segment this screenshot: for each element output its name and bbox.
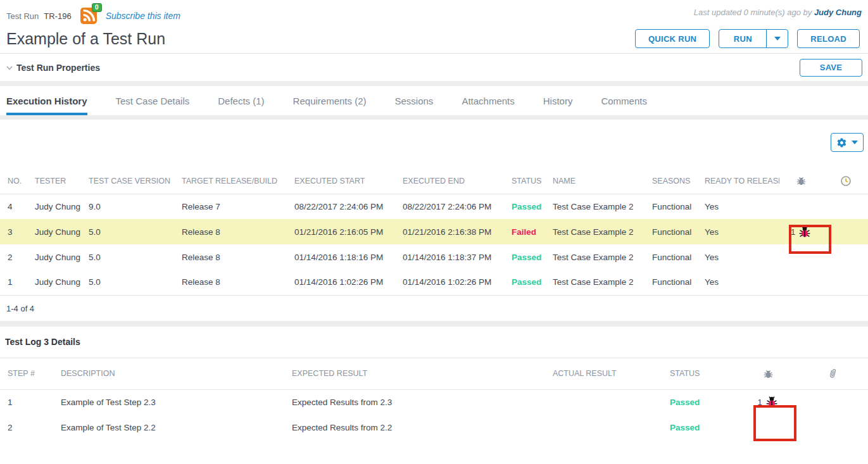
cell-description: Example of Test Step 2.2 [54,415,286,440]
cell-time [823,219,868,244]
cell-defects[interactable]: 1 [739,389,796,415]
run-dropdown-button[interactable] [767,30,788,47]
subscribe-link[interactable]: Subscribe this item [106,11,180,21]
cell-name: Test Case Example 2 [546,270,646,295]
cell-seasons: Functional [646,194,698,219]
col-target[interactable]: TARGET RELEASE/BUILD [175,168,288,194]
properties-bar: Test Run Properties SAVE [0,53,868,81]
cell-defects [779,270,823,295]
chevron-down-icon [774,37,781,41]
section-divider [0,321,868,327]
cell-name: Test Case Example 2 [546,244,646,270]
col-ready[interactable]: READY TO RELEASE? [698,168,779,194]
defect-bug-icon [798,225,812,239]
gear-icon [836,137,847,148]
col-seasons[interactable]: SEASONS [646,168,698,194]
col-end[interactable]: EXECUTED END [396,168,505,194]
cell-defects [739,415,796,440]
cell-version: 9.0 [82,194,175,219]
col-attachments[interactable] [796,358,868,389]
test-run-page: Test Run TR-196 0 Subscribe this item La… [0,0,868,464]
cell-name: Test Case Example 2 [546,194,646,219]
tab-comments[interactable]: Comments [601,86,647,115]
test-steps-table: STEP # DESCRIPTION EXPECTED RESULT ACTUA… [0,358,868,441]
col-description[interactable]: DESCRIPTION [54,358,286,389]
cell-expected: Expected Results from 2.2 [286,415,546,440]
execution-row-2[interactable]: 2 Judy Chung 5.0 Release 8 01/14/2016 1:… [0,244,868,270]
cell-no: 3 [0,219,28,244]
cell-target: Release 7 [175,194,288,219]
cell-start: 01/21/2016 2:16:05 PM [288,219,396,244]
cell-step: 2 [0,415,54,440]
col-version[interactable]: TEST CASE VERSION [82,168,175,194]
page-title: Example of a Test Run [6,30,165,48]
tab-requirements[interactable]: Requirements (2) [293,86,367,115]
tab-history[interactable]: History [543,86,573,115]
rss-subscribe-icon[interactable]: 0 [80,8,97,24]
cell-actual [546,415,664,440]
run-button[interactable]: RUN [719,30,766,47]
tab-sessions[interactable]: Sessions [395,86,434,115]
reload-button[interactable]: RELOAD [797,29,860,48]
col-defects[interactable] [779,168,823,194]
cell-tester: Judy Chung [28,219,82,244]
defect-count[interactable]: 1 [791,227,795,237]
pagination-text: 1-4 of 4 [0,296,868,321]
table-settings-button[interactable] [831,133,864,152]
cell-ready: Yes [698,219,779,244]
col-actual[interactable]: ACTUAL RESULT [546,358,664,389]
properties-toggle[interactable]: Test Run Properties [5,63,100,73]
col-step[interactable]: STEP # [0,358,54,389]
bug-icon [795,175,807,187]
col-defects[interactable] [739,358,796,389]
cell-version: 5.0 [82,244,175,270]
col-no[interactable]: NO. [0,168,28,194]
cell-end: 01/14/2016 1:02:26 PM [396,270,505,295]
cell-no: 4 [0,194,28,219]
col-name[interactable]: NAME [546,168,646,194]
status-badge: Passed [505,194,546,219]
tab-bar: Execution History Test Case Details Defe… [0,86,868,115]
cell-ready: Yes [698,194,779,219]
col-start[interactable]: EXECUTED START [288,168,396,194]
col-status[interactable]: STATUS [505,168,546,194]
test-log-details-title: Test Log 3 Details [0,327,868,358]
save-button[interactable]: SAVE [800,59,862,77]
execution-row-1[interactable]: 1 Judy Chung 5.0 Release 8 01/14/2016 1:… [0,270,868,295]
col-status[interactable]: STATUS [664,358,739,389]
cell-ready: Yes [698,244,779,270]
step-row-1[interactable]: 1 Example of Test Step 2.3 Expected Resu… [0,389,868,415]
status-badge: Passed [505,270,546,295]
col-tester[interactable]: TESTER [28,168,82,194]
col-execution-time[interactable] [823,168,868,194]
defect-count[interactable]: 1 [757,398,762,407]
cell-expected: Expected Results from 2.3 [286,389,546,415]
cell-seasons: Functional [646,244,698,270]
paperclip-icon [827,368,838,379]
quick-run-button[interactable]: QUICK RUN [635,29,710,48]
cell-defects[interactable]: 1 [779,219,823,244]
run-split-button[interactable]: RUN [719,29,788,48]
cell-time [823,244,868,270]
cell-no: 1 [0,270,28,295]
tab-attachments[interactable]: Attachments [462,86,514,115]
col-expected[interactable]: EXPECTED RESULT [286,358,546,389]
cell-time [823,194,868,219]
cell-tester: Judy Chung [28,194,82,219]
cell-no: 2 [0,244,28,270]
tab-defects[interactable]: Defects (1) [218,86,264,115]
status-badge: Passed [664,389,739,415]
last-updated-user[interactable]: Judy Chung [814,8,862,17]
status-badge: Passed [505,244,546,270]
table-header-row: NO. TESTER TEST CASE VERSION TARGET RELE… [0,168,868,194]
tab-execution-history[interactable]: Execution History [6,86,87,115]
cell-defects [779,194,823,219]
cell-start: 01/14/2016 1:18:16 PM [288,244,396,270]
tab-test-case-details[interactable]: Test Case Details [116,86,190,115]
execution-history-table: NO. TESTER TEST CASE VERSION TARGET RELE… [0,168,868,296]
cell-target: Release 8 [175,244,288,270]
step-row-2[interactable]: 2 Example of Test Step 2.2 Expected Resu… [0,415,868,440]
execution-row-4[interactable]: 4 Judy Chung 9.0 Release 7 08/22/2017 2:… [0,194,868,219]
page-header: Test Run TR-196 0 Subscribe this item La… [0,0,868,53]
execution-row-3-selected[interactable]: 3 Judy Chung 5.0 Release 8 01/21/2016 2:… [0,219,868,244]
